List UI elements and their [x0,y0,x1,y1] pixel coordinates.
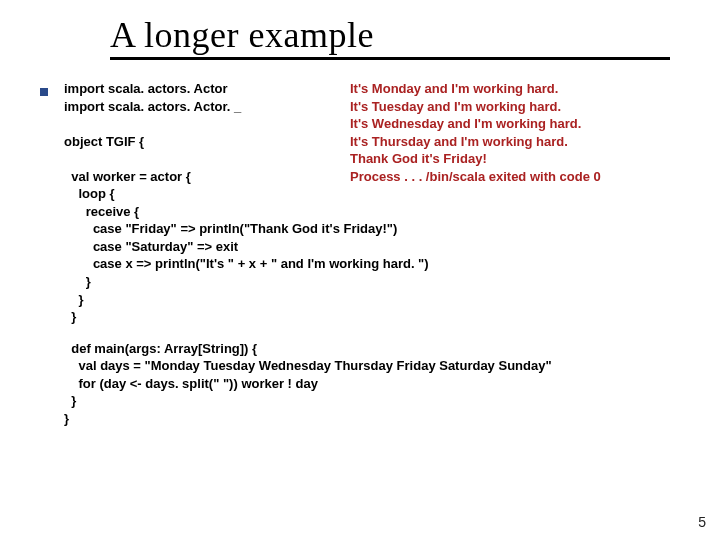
content-area: import scala. actors. Actor import scala… [40,80,700,427]
spacer [40,326,700,340]
code-and-output: import scala. actors. Actor import scala… [40,80,700,326]
program-output: It's Monday and I'm working hard. It's T… [350,80,601,185]
code-block-2: def main(args: Array[String]) { val days… [64,340,700,428]
title-underline [110,57,670,60]
slide-title: A longer example [110,14,374,56]
title-wrap: A longer example [110,14,374,56]
slide: A longer example import scala. actors. A… [0,0,720,540]
page-number: 5 [698,514,706,530]
